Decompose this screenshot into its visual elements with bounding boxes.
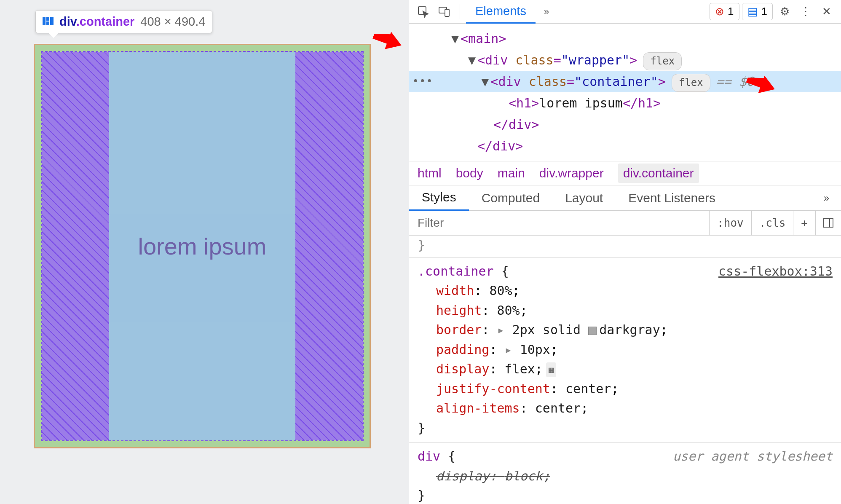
breadcrumb-html[interactable]: html (418, 166, 442, 180)
rule-selector[interactable]: .container (418, 264, 494, 279)
styles-subtabs: Styles Computed Layout Event Listeners » (409, 185, 841, 211)
rendered-page-pane: div.container 408 × 490.4 lorem ipsum (0, 0, 409, 504)
dom-close-container[interactable]: </div> (409, 114, 841, 135)
dom-node-wrapper[interactable]: ▼<div class="wrapper">flex (409, 49, 841, 71)
inspect-icon[interactable] (414, 3, 433, 21)
svg-rect-9 (824, 219, 833, 227)
svg-rect-7 (445, 9, 449, 16)
css-prop-display[interactable]: display: flex;▦ (418, 359, 833, 379)
error-count: 1 (728, 5, 734, 18)
cls-toggle[interactable]: .cls (751, 211, 793, 235)
styles-pane[interactable]: } css-flexbox:313 .container { width: 80… (409, 235, 841, 504)
css-prop-padding[interactable]: padding: ▸ 10px; (418, 340, 833, 360)
css-rule-div-ua[interactable]: user agent stylesheet div { display: blo… (409, 442, 841, 504)
dom-breadcrumb[interactable]: html body main div.wrapper div.container (409, 161, 841, 185)
expand-dots-icon[interactable]: ••• (409, 73, 441, 90)
page-heading-text: lorem ipsum (138, 233, 267, 260)
breadcrumb-container[interactable]: div.container (618, 164, 699, 183)
error-icon: ⊗ (715, 5, 724, 18)
flex-editor-icon[interactable]: ▦ (546, 362, 556, 377)
flex-space-right (295, 52, 363, 440)
svg-marker-8 (744, 70, 778, 98)
close-icon[interactable]: ✕ (817, 3, 836, 21)
svg-rect-0 (43, 17, 46, 25)
svg-rect-3 (50, 17, 54, 25)
css-prop-display-overridden[interactable]: display: block; (418, 466, 833, 486)
tooltip-dimensions: 408 × 490.4 (140, 15, 205, 29)
toolbar-separator (460, 4, 460, 19)
tab-elements[interactable]: Elements (466, 0, 536, 24)
message-badge[interactable]: ▤ 1 (742, 3, 773, 20)
subtab-layout[interactable]: Layout (552, 185, 616, 211)
error-badge[interactable]: ⊗ 1 (710, 3, 739, 20)
subtab-styles[interactable]: Styles (409, 185, 469, 211)
styles-filter-input[interactable] (409, 211, 709, 235)
message-count: 1 (761, 5, 767, 18)
breadcrumb-wrapper[interactable]: div.wrapper (539, 166, 604, 180)
new-rule-button[interactable]: + (793, 211, 815, 235)
flex-badge[interactable]: flex (672, 74, 710, 92)
svg-rect-1 (46, 17, 49, 21)
inspected-content: lorem ipsum (109, 52, 295, 440)
message-icon: ▤ (747, 5, 758, 18)
dom-close-wrapper[interactable]: </div> (409, 135, 841, 157)
rule-truncated: } (409, 235, 841, 257)
dom-tree[interactable]: ▼<main> ▼<div class="wrapper">flex ••• ▼… (409, 24, 841, 161)
tooltip-selector: div.container (59, 15, 134, 29)
hov-toggle[interactable]: :hov (709, 211, 751, 235)
annotation-arrow-left (366, 25, 405, 66)
settings-icon[interactable]: ⚙ (775, 3, 794, 21)
svg-rect-2 (46, 21, 49, 25)
inspected-element-inner: lorem ipsum (41, 51, 364, 441)
rule-source-link[interactable]: css-flexbox:313 (718, 262, 833, 281)
dom-node-h1[interactable]: <h1>lorem ipsum</h1> (409, 92, 841, 114)
devtools-toolbar: Elements » ⊗ 1 ▤ 1 ⚙ ⋮ ✕ (409, 0, 841, 24)
styles-filter-bar: :hov .cls + (409, 211, 841, 235)
css-rule-container[interactable]: css-flexbox:313 .container { width: 80%;… (409, 257, 841, 443)
subtab-event-listeners[interactable]: Event Listeners (616, 185, 728, 211)
flex-icon (43, 16, 54, 28)
svg-marker-4 (370, 27, 404, 54)
devtools-panel: Elements » ⊗ 1 ▤ 1 ⚙ ⋮ ✕ ▼<main> ▼<div c… (409, 0, 841, 504)
more-tabs-icon[interactable]: » (538, 6, 555, 17)
css-prop-width[interactable]: width: 80%; (418, 281, 833, 301)
sidebar-toggle-icon[interactable] (815, 211, 841, 235)
rule-source-ua: user agent stylesheet (673, 447, 833, 466)
css-prop-height[interactable]: height: 80%; (418, 301, 833, 321)
inspected-element-box: lorem ipsum (34, 44, 371, 448)
element-tooltip: div.container 408 × 490.4 (35, 10, 212, 33)
color-swatch[interactable] (588, 327, 597, 335)
css-prop-border[interactable]: border: ▸ 2px solid darkgray; (418, 320, 833, 340)
dom-node-main[interactable]: ▼<main> (409, 28, 841, 49)
css-prop-justify-content[interactable]: justify-content: center; (418, 379, 833, 399)
subtab-computed[interactable]: Computed (469, 185, 552, 211)
flex-badge[interactable]: flex (643, 52, 682, 70)
more-subtabs-icon[interactable]: » (812, 192, 841, 204)
device-toggle-icon[interactable] (435, 3, 454, 21)
flex-space-left (42, 52, 109, 440)
rule-selector[interactable]: div (418, 449, 440, 464)
breadcrumb-main[interactable]: main (498, 166, 525, 180)
breadcrumb-body[interactable]: body (456, 166, 483, 180)
kebab-menu-icon[interactable]: ⋮ (796, 3, 815, 21)
css-prop-align-items[interactable]: align-items: center; (418, 399, 833, 418)
